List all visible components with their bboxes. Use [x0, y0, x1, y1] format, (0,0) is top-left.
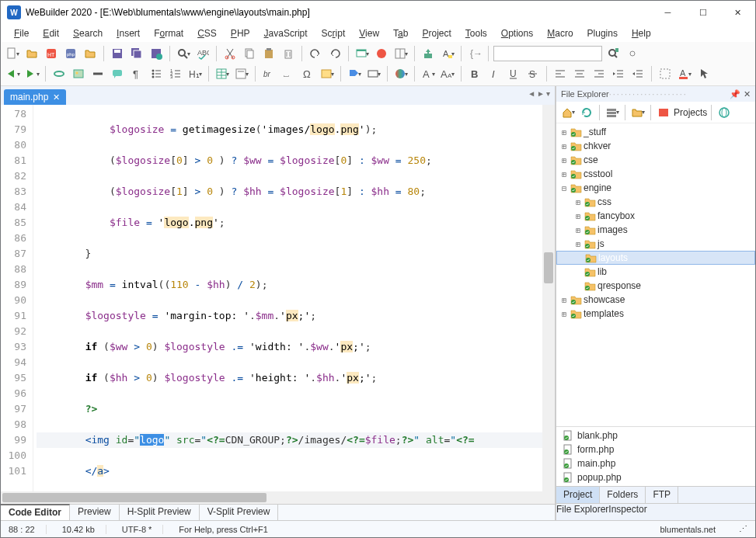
tree-item[interactable]: ⊞csstool — [556, 167, 755, 181]
expander-icon[interactable]: ⊞ — [559, 156, 569, 165]
code-editor[interactable]: 7879808182838485868788899091929394959697… — [1, 105, 555, 491]
tree-item[interactable]: ⊞showcase — [556, 293, 755, 307]
expander-icon[interactable]: ⊞ — [573, 226, 583, 234]
saveall-button[interactable] — [128, 45, 145, 62]
refresh-button[interactable] — [578, 104, 595, 121]
menu-insert[interactable]: Insert — [110, 26, 147, 41]
file-item[interactable]: blank.php — [556, 429, 755, 443]
expander-icon[interactable]: ⊞ — [573, 240, 583, 248]
heading-button[interactable]: H₁▾ — [186, 65, 204, 82]
preview-button[interactable]: ▾ — [354, 45, 371, 62]
undo-button[interactable] — [307, 45, 324, 62]
align-right-button[interactable] — [591, 65, 608, 82]
side-tab-inspector[interactable]: Inspector — [608, 504, 646, 520]
omega-button[interactable]: Ω — [299, 65, 316, 82]
menu-help[interactable]: Help — [625, 26, 658, 41]
tab-prev-icon[interactable]: ◄ — [528, 89, 535, 98]
save-button[interactable] — [109, 45, 126, 62]
menu-view[interactable]: View — [352, 26, 386, 41]
menu-plugins[interactable]: Plugins — [580, 26, 625, 41]
file-item[interactable]: main.php — [556, 456, 755, 470]
side-tab-file-explorer[interactable]: File Explorer — [556, 504, 608, 520]
tab-vsplit[interactable]: V-Split Preview — [200, 505, 279, 520]
folder-button[interactable] — [82, 45, 99, 62]
folder-tree[interactable]: ⊞_stuff⊞chkver⊞cse⊞csstool⊟engine⊞css⊞fa… — [556, 123, 755, 426]
br-button[interactable]: br — [260, 65, 277, 82]
expander-icon[interactable]: ⊞ — [559, 310, 569, 318]
align-center-button[interactable] — [571, 65, 588, 82]
tree-item[interactable]: ⊞templates — [556, 307, 755, 321]
tag-button[interactable]: ▾ — [346, 65, 363, 82]
save-as-button[interactable] — [148, 45, 165, 62]
forward-button[interactable]: ▾ — [23, 65, 40, 82]
tree-item[interactable]: ⊞fancybox — [556, 209, 755, 223]
side-tab-project[interactable]: Project — [556, 487, 600, 503]
search-button[interactable]: ▾ — [175, 45, 192, 62]
link-button[interactable] — [624, 45, 641, 62]
code-area[interactable]: $logosize = getimagesize('images/logo.pn… — [33, 105, 555, 491]
expander-icon[interactable]: ⊞ — [573, 198, 583, 207]
file-item[interactable]: popup.php — [556, 470, 755, 484]
expander-icon[interactable]: ⊞ — [559, 128, 569, 137]
upload-button[interactable] — [420, 45, 437, 62]
browser-button[interactable] — [373, 45, 390, 62]
paste-button[interactable] — [260, 45, 277, 62]
menu-tab[interactable]: Tab — [386, 26, 415, 41]
side-tab-folders[interactable]: Folders — [600, 487, 646, 503]
tree-item[interactable]: qresponse — [556, 279, 755, 293]
insert-line-button[interactable] — [89, 65, 106, 82]
sidebar-close-icon[interactable]: ✕ — [744, 89, 751, 99]
tree-item[interactable]: ⊞images — [556, 223, 755, 237]
side-tab-ftp[interactable]: FTP — [646, 487, 678, 503]
highlight-button[interactable]: A▾ — [439, 45, 456, 62]
open-button[interactable] — [23, 45, 40, 62]
fontsize-button[interactable]: AA▾ — [439, 65, 456, 82]
strike-button[interactable]: S — [524, 65, 542, 82]
tree-item[interactable]: layouts — [556, 251, 755, 265]
table-button[interactable]: ▾ — [214, 65, 231, 82]
bold-button[interactable]: B — [466, 65, 483, 82]
tree-item[interactable]: ⊞_stuff — [556, 125, 755, 139]
status-url[interactable]: blumentals.net — [660, 525, 716, 534]
menu-tools[interactable]: Tools — [458, 26, 494, 41]
tree-item[interactable]: lib — [556, 265, 755, 279]
font-button[interactable]: A▾ — [420, 65, 437, 82]
form-button[interactable]: ▾ — [233, 65, 250, 82]
underline-button[interactable]: U — [505, 65, 522, 82]
insert-paragraph-button[interactable]: ¶ — [128, 65, 145, 82]
tab-code-editor[interactable]: Code Editor — [1, 504, 70, 520]
view-button[interactable]: ▾ — [604, 104, 621, 121]
tab-next-icon[interactable]: ► — [537, 89, 545, 98]
html-button[interactable]: HT — [43, 45, 60, 62]
italic-button[interactable]: I — [486, 65, 503, 82]
close-button[interactable]: ✕ — [720, 1, 755, 24]
select-button[interactable] — [657, 65, 674, 82]
menu-css[interactable]: CSS — [190, 26, 224, 41]
resize-grip-icon[interactable]: ⋰ — [739, 524, 747, 534]
copy-button[interactable] — [241, 45, 258, 62]
search-go-button[interactable] — [604, 45, 622, 62]
bracket-button[interactable]: {→} — [466, 45, 483, 62]
home-button[interactable]: ▾ — [559, 104, 577, 121]
minimize-button[interactable]: ─ — [650, 1, 685, 24]
projects-label[interactable]: Projects — [674, 107, 707, 118]
maximize-button[interactable]: ☐ — [685, 1, 720, 24]
spellcheck-button[interactable]: ABC — [194, 45, 211, 62]
projects-icon[interactable] — [655, 104, 672, 121]
horizontal-scrollbar[interactable] — [1, 491, 555, 504]
tab-preview[interactable]: Preview — [70, 505, 120, 520]
cut-button[interactable] — [221, 45, 239, 62]
insert-image-button[interactable] — [70, 65, 87, 82]
nbsp-button[interactable]: ⎵ — [280, 65, 297, 82]
cursor-button[interactable] — [695, 65, 712, 82]
tree-item[interactable]: ⊞css — [556, 195, 755, 209]
expander-icon[interactable]: ⊞ — [559, 296, 569, 304]
outdent-button[interactable] — [629, 65, 646, 82]
wrap-button[interactable]: ▾ — [365, 65, 382, 82]
menu-options[interactable]: Options — [494, 26, 540, 41]
menu-script[interactable]: Script — [315, 26, 353, 41]
tab-menu-icon[interactable]: ▾ — [546, 89, 550, 98]
expander-icon[interactable]: ⊞ — [559, 170, 569, 179]
menu-php[interactable]: PHP — [224, 26, 257, 41]
indent-button[interactable] — [610, 65, 627, 82]
